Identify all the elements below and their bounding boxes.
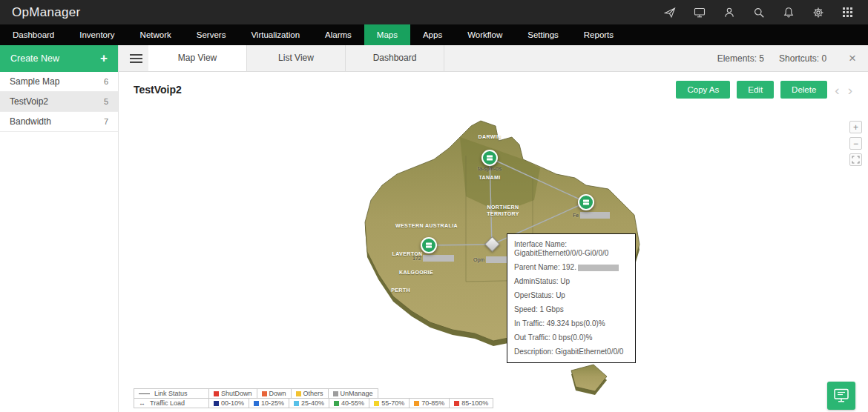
nav-virtualization[interactable]: Virtualization (238, 24, 312, 45)
main-nav: Dashboard Inventory Network Servers Virt… (0, 24, 868, 45)
legend-traffic-load-header: ↔ Traffic Load (134, 398, 209, 408)
next-arrow-icon[interactable]: › (847, 83, 853, 97)
search-icon[interactable] (753, 7, 765, 19)
main-area: Create New + Sample Map 6 TestVoip2 5 Ba… (0, 45, 868, 412)
create-new-button[interactable]: Create New + (0, 45, 118, 72)
node-name-darwin: ta-spm-cis (478, 166, 502, 171)
delete-button[interactable]: Delete (780, 81, 827, 99)
tooltip-parent-name-text: Parent Name: 192. (514, 263, 576, 271)
live-chat-button[interactable] (827, 382, 855, 410)
map-count: 6 (104, 77, 108, 86)
tab-map-view[interactable]: Map View (148, 45, 247, 71)
map-label-northern-territory: NORTHERN TERRITORY (479, 204, 527, 217)
nav-apps[interactable]: Apps (410, 24, 455, 45)
map-label-western-australia: WESTERN AUSTRALIA (395, 223, 458, 228)
zoom-fit-button[interactable] (849, 153, 862, 166)
topbar: OpManager (0, 0, 868, 24)
legend-label: 85-100% (461, 399, 488, 407)
legend-traffic-load-row: ↔ Traffic Load 00-10% 10-25% 25-40% 40-5… (134, 398, 493, 408)
remote-control-icon[interactable] (694, 7, 706, 19)
legend-label: 25-40% (301, 399, 324, 407)
map-name: Sample Map (10, 76, 59, 87)
close-icon[interactable]: × (849, 52, 856, 64)
legend-label: 00-10% (221, 399, 244, 407)
map-name: TestVoip2 (10, 96, 48, 107)
map-label-darwin: DARWIN (478, 134, 501, 139)
app-logo: OpManager (12, 5, 80, 20)
sidebar-item-sample-map[interactable]: Sample Map 6 (0, 72, 118, 92)
device-node-west[interactable] (421, 237, 437, 253)
map-count: 7 (104, 117, 108, 126)
prev-arrow-icon[interactable]: ‹ (834, 83, 840, 97)
map-legend: Link Status ShutDown Down Others UnManag… (134, 388, 493, 408)
switch-icon (424, 241, 433, 250)
legend-label: ShutDown (221, 390, 252, 397)
redacted-text (578, 265, 619, 271)
node-name-center: Opm (473, 256, 507, 263)
tooltip-out-traffic: Out Traffic: 0 bps(0.0)% (514, 333, 628, 342)
sidebar-item-testvoip2[interactable]: TestVoip2 5 (0, 92, 118, 112)
legend-link-status-row: Link Status ShutDown Down Others UnManag… (134, 388, 493, 399)
legend-item-70-85: 70-85% (409, 398, 450, 408)
sidebar-item-bandwidth[interactable]: Bandwidth 7 (0, 112, 118, 132)
color-swatch (333, 391, 338, 396)
device-node-east[interactable] (578, 194, 594, 210)
nav-workflow[interactable]: Workflow (455, 24, 515, 45)
nav-alarms[interactable]: Alarms (312, 24, 364, 45)
color-swatch (454, 401, 459, 406)
traffic-arrow-icon: ↔ (139, 400, 145, 407)
device-node-darwin[interactable] (481, 150, 498, 166)
bell-icon[interactable] (783, 7, 795, 19)
tab-list-view[interactable]: List View (247, 45, 346, 71)
tab-dashboard[interactable]: Dashboard (346, 45, 444, 71)
nav-servers[interactable]: Servers (184, 24, 239, 45)
legend-item-85-100: 85-100% (449, 398, 493, 408)
send-icon[interactable] (664, 7, 676, 19)
map-label-tanami: TANAMI (479, 175, 500, 180)
elements-count: Elements: 5 (717, 53, 764, 64)
menu-icon[interactable] (119, 45, 148, 71)
shortcuts-count: Shortcuts: 0 (779, 53, 826, 64)
content: Map View List View Dashboard Elements: 5… (119, 45, 868, 412)
legend-label: Link Status (154, 390, 188, 397)
gear-icon[interactable] (812, 7, 824, 19)
tooltip-parent-name: Parent Name: 192. (514, 263, 628, 272)
legend-label: Others (303, 390, 323, 397)
user-icon[interactable] (723, 7, 735, 19)
color-swatch (334, 401, 339, 406)
legend-item-25-40: 25-40% (289, 398, 329, 408)
legend-item-shutdown: ShutDown (208, 388, 257, 399)
copy-as-button[interactable]: Copy As (676, 81, 730, 99)
node-name-east: Fe (573, 212, 610, 219)
view-subheader: Map View List View Dashboard Elements: 5… (119, 45, 868, 72)
node-name-text: 172 (412, 256, 421, 261)
color-swatch (414, 401, 419, 406)
tooltip-in-traffic: In Traffic: 49.324 bps(0.0)% (514, 319, 628, 328)
legend-label: Traffic Load (150, 399, 185, 407)
redacted-text (423, 255, 454, 262)
nav-dashboard[interactable]: Dashboard (0, 24, 67, 45)
nav-network[interactable]: Network (128, 24, 184, 45)
nav-maps[interactable]: Maps (364, 24, 410, 45)
node-name-text: Opm (473, 257, 484, 262)
zoom-controls: + − (849, 121, 862, 166)
zoom-in-button[interactable]: + (849, 121, 862, 133)
color-swatch (214, 401, 219, 406)
legend-label: 40-55% (341, 399, 364, 407)
tooltip-interface-name: Interface Name: GigabitEthernet0/0/0-Gi0… (514, 240, 628, 258)
legend-label: 70-85% (421, 399, 444, 407)
legend-label: 55-70% (381, 399, 404, 407)
map-canvas[interactable]: DARWIN TANAMI NORTHERN TERRITORY WESTERN… (119, 107, 868, 412)
maps-sidebar: Create New + Sample Map 6 TestVoip2 5 Ba… (0, 45, 119, 412)
zoom-out-button[interactable]: − (849, 137, 862, 150)
plus-icon: + (100, 51, 108, 66)
map-label-kalgoorie: KALGOORIE (399, 270, 433, 275)
nav-reports[interactable]: Reports (571, 24, 626, 45)
nav-inventory[interactable]: Inventory (67, 24, 127, 45)
edit-button[interactable]: Edit (737, 81, 774, 99)
legend-item-others: Others (291, 388, 329, 399)
title-row: TestVoip2 Copy As Edit Delete ‹ › (119, 72, 868, 107)
apps-grid-icon[interactable] (842, 7, 853, 18)
nav-settings[interactable]: Settings (515, 24, 571, 45)
tooltip-speed: Speed: 1 Gbps (514, 305, 628, 314)
